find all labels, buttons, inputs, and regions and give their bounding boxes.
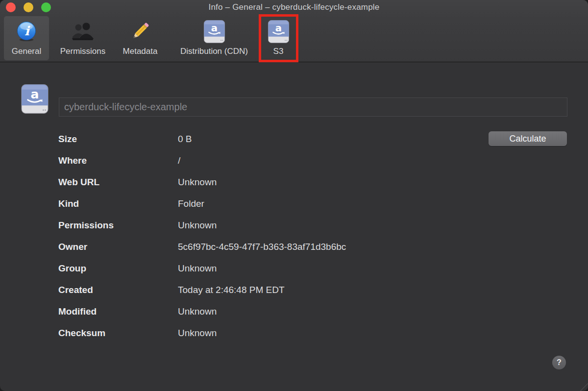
- tab-distribution-cdn-label: Distribution (CDN): [180, 47, 248, 56]
- row-permissions-value: Unknown: [178, 220, 217, 231]
- row-owner-value: 5c6f97bc-4c59-47f7-b363-83af71d3b6bc: [178, 242, 346, 252]
- resize-handle[interactable]: [580, 383, 588, 391]
- amazon-drive-icon: [203, 19, 225, 44]
- row-created-label: Created: [58, 285, 178, 295]
- tab-s3[interactable]: S3: [263, 16, 294, 60]
- row-permissions-label: Permissions: [58, 220, 178, 231]
- row-web-url-value: Unknown: [178, 177, 217, 188]
- row-group-value: Unknown: [178, 263, 217, 274]
- tab-distribution-cdn[interactable]: Distribution (CDN): [167, 16, 262, 60]
- calculate-button[interactable]: Calculate: [489, 131, 567, 146]
- details-list: Size 0 B Where / Web URL Unknown Kind Fo…: [58, 128, 490, 344]
- amazon-drive-icon: [268, 19, 290, 44]
- row-created-value: Today at 2:46:48 PM EDT: [178, 285, 285, 295]
- row-kind-label: Kind: [58, 198, 178, 209]
- row-where-value: /: [178, 155, 180, 166]
- tab-metadata-label: Metadata: [123, 47, 158, 56]
- row-where: Where /: [58, 150, 490, 171]
- people-icon: [71, 19, 95, 44]
- row-permissions: Permissions Unknown: [58, 215, 490, 236]
- row-owner: Owner 5c6f97bc-4c59-47f7-b363-83af71d3b6…: [58, 236, 490, 258]
- help-button[interactable]: ?: [552, 356, 566, 369]
- window-title: Info – General – cyberduck-lifecycle-exa…: [0, 0, 588, 15]
- row-size: Size 0 B: [58, 128, 490, 150]
- info-window: Info – General – cyberduck-lifecycle-exa…: [0, 0, 588, 391]
- row-owner-label: Owner: [58, 242, 178, 252]
- row-group: Group Unknown: [58, 258, 490, 279]
- titlebar: Info – General – cyberduck-lifecycle-exa…: [0, 0, 588, 15]
- row-kind: Kind Folder: [58, 193, 490, 215]
- row-modified-label: Modified: [58, 306, 178, 317]
- close-button[interactable]: [6, 2, 16, 12]
- tab-general[interactable]: i General: [4, 16, 49, 60]
- file-amazon-drive-icon: [21, 84, 49, 114]
- info-icon: i: [16, 19, 37, 44]
- window-chrome: Info – General – cyberduck-lifecycle-exa…: [0, 0, 588, 62]
- traffic-lights: [6, 2, 51, 12]
- row-size-label: Size: [58, 134, 178, 145]
- minimize-button[interactable]: [24, 2, 33, 12]
- row-group-label: Group: [58, 263, 178, 274]
- tab-metadata[interactable]: Metadata: [116, 16, 164, 60]
- zoom-button[interactable]: [41, 2, 51, 12]
- row-size-value: 0 B: [178, 134, 192, 145]
- row-checksum: Checksum Unknown: [58, 322, 490, 344]
- row-modified: Modified Unknown: [58, 301, 490, 322]
- row-checksum-label: Checksum: [58, 328, 178, 339]
- filename-input[interactable]: [59, 98, 567, 117]
- row-kind-value: Folder: [178, 198, 204, 209]
- row-where-label: Where: [58, 155, 178, 166]
- row-web-url: Web URL Unknown: [58, 171, 490, 193]
- tab-s3-label: S3: [273, 47, 284, 56]
- tab-general-label: General: [12, 47, 41, 56]
- pencil-icon: [129, 19, 151, 44]
- row-web-url-label: Web URL: [58, 177, 178, 188]
- tab-permissions-label: Permissions: [60, 47, 106, 56]
- row-created: Created Today at 2:46:48 PM EDT: [58, 279, 490, 301]
- row-modified-value: Unknown: [178, 306, 217, 317]
- row-checksum-value: Unknown: [178, 328, 217, 339]
- tab-permissions[interactable]: Permissions: [51, 16, 115, 60]
